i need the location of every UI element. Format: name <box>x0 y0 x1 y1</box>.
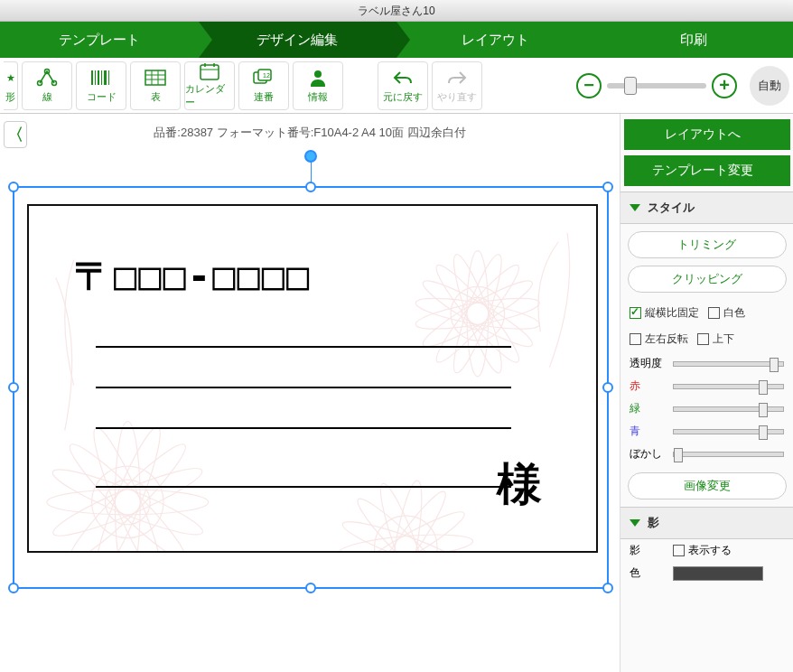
tool-code-button[interactable]: コード <box>76 61 126 110</box>
opacity-slider[interactable] <box>673 361 784 367</box>
name-line <box>96 486 511 488</box>
serial-icon: 12 <box>253 67 275 89</box>
redo-icon <box>446 67 468 89</box>
address-line-3 <box>96 427 511 429</box>
canvas-area[interactable]: 〈 品番:28387 フォーマット番号:F10A4-2 A4 10面 四辺余白付 <box>0 114 620 672</box>
whitening-checkbox[interactable]: 白色 <box>708 305 745 321</box>
style-panel-header[interactable]: スタイル <box>620 191 793 224</box>
svg-rect-8 <box>108 70 109 85</box>
checkbox-icon <box>697 333 709 345</box>
flip-h-checkbox[interactable]: 左右反転 <box>630 331 688 347</box>
barcode-icon <box>90 67 112 89</box>
nav-tabs: テンプレート デザイン編集 レイアウト 印刷 <box>0 22 793 58</box>
zoom-slider[interactable] <box>607 83 706 89</box>
svg-rect-5 <box>98 70 99 85</box>
rotation-handle[interactable] <box>304 150 317 163</box>
tool-serial-button[interactable]: 12 連番 <box>238 61 289 110</box>
change-image-button[interactable]: 画像変更 <box>628 472 787 499</box>
triangle-down-icon <box>630 519 640 527</box>
label-card[interactable]: 〒□□□-□□□□ 様 <box>27 204 598 553</box>
resize-handle-n[interactable] <box>305 182 316 192</box>
style-header-label: スタイル <box>648 200 695 216</box>
resize-handle-e[interactable] <box>602 382 613 393</box>
resize-handle-sw[interactable] <box>8 583 19 593</box>
address-line-1 <box>96 346 511 348</box>
red-label: 赤 <box>630 378 667 394</box>
svg-rect-9 <box>145 70 165 85</box>
svg-point-25 <box>446 251 509 377</box>
blue-slider-row: 青 <box>620 420 793 443</box>
zoom-out-button[interactable]: − <box>576 73 602 98</box>
svg-rect-7 <box>104 70 107 85</box>
tool-label: 線 <box>42 90 52 104</box>
tool-line-button[interactable]: 線 <box>22 61 72 110</box>
green-label: 緑 <box>630 401 667 416</box>
svg-point-48 <box>339 514 472 553</box>
checkbox-icon <box>630 333 641 345</box>
undo-label: 元に戻す <box>383 90 423 104</box>
red-slider-row: 赤 <box>620 375 793 397</box>
tool-shape-button[interactable]: ★ 形 <box>4 61 18 110</box>
tab-template[interactable]: テンプレート <box>0 22 199 58</box>
collapse-panel-button[interactable]: 〈 <box>4 121 27 148</box>
color-label: 色 <box>630 565 667 581</box>
red-slider[interactable] <box>673 384 784 389</box>
redo-button: やり直す <box>432 61 482 110</box>
svg-rect-14 <box>201 65 219 79</box>
change-template-button[interactable]: テンプレート変更 <box>624 155 790 186</box>
blur-slider-row: ぼかし <box>620 443 793 465</box>
clipping-button[interactable]: クリッピング <box>628 266 787 293</box>
checkbox-on-icon <box>630 307 641 319</box>
tab-print[interactable]: 印刷 <box>595 22 794 58</box>
opacity-label: 透明度 <box>630 356 667 371</box>
tab-layout[interactable]: レイアウト <box>396 22 595 58</box>
tool-calendar-button[interactable]: カレンダー <box>184 61 235 110</box>
postal-code-template: 〒□□□-□□□□ <box>74 251 311 302</box>
green-slider[interactable] <box>673 406 784 412</box>
redo-label: やり直す <box>437 90 477 104</box>
resize-handle-se[interactable] <box>602 583 613 593</box>
tool-label: 表 <box>151 90 161 104</box>
line-icon <box>36 67 58 89</box>
calendar-icon <box>199 62 220 80</box>
selection-box[interactable]: 〒□□□-□□□□ 様 <box>13 186 609 589</box>
tab-design-edit[interactable]: デザイン編集 <box>199 22 397 58</box>
svg-point-33 <box>92 466 163 537</box>
star-icon: ★ <box>0 67 22 89</box>
resize-handle-s[interactable] <box>305 583 316 593</box>
undo-button[interactable]: 元に戻す <box>378 61 428 110</box>
resize-handle-ne[interactable] <box>602 182 613 192</box>
blur-slider[interactable] <box>673 452 784 457</box>
shadow-show-checkbox[interactable]: 表示する <box>673 543 732 558</box>
to-layout-button[interactable]: レイアウトへ <box>624 119 790 150</box>
aspect-lock-checkbox[interactable]: 縦横比固定 <box>630 305 699 321</box>
svg-point-26 <box>429 258 527 369</box>
zoom-in-button[interactable]: + <box>712 73 737 98</box>
tool-info-button[interactable]: 情報 <box>293 61 343 110</box>
trimming-button[interactable]: トリミング <box>628 231 787 258</box>
shadow-color-swatch[interactable] <box>673 566 763 581</box>
zoom-controls: − + <box>576 73 737 98</box>
svg-point-50 <box>373 480 439 552</box>
resize-handle-nw[interactable] <box>8 182 19 192</box>
toolbar: ★ 形 線 コード 表 カレンダー 12 連番 情報 元に戻す やり直す − +… <box>0 58 793 114</box>
table-icon <box>145 67 166 89</box>
svg-point-32 <box>446 251 509 377</box>
tool-label: コード <box>87 90 117 104</box>
resize-handle-w[interactable] <box>8 382 19 393</box>
honorific-sama: 様 <box>497 454 542 515</box>
blue-slider[interactable] <box>673 429 784 434</box>
flip-v-checkbox[interactable]: 上下 <box>697 331 734 347</box>
checkbox-icon <box>673 545 685 556</box>
shadow-header-label: 影 <box>648 515 659 531</box>
shadow-panel-header[interactable]: 影 <box>620 507 793 539</box>
undo-icon <box>392 67 414 89</box>
svg-rect-3 <box>91 70 93 85</box>
window-titlebar: ラベル屋さん10 <box>0 0 793 22</box>
tool-table-button[interactable]: 表 <box>130 61 181 110</box>
svg-point-22 <box>451 286 505 341</box>
shadow-label: 影 <box>630 543 667 558</box>
svg-point-31 <box>429 258 527 369</box>
zoom-auto-button[interactable]: 自動 <box>750 66 789 106</box>
product-info: 品番:28387 フォーマット番号:F10A4-2 A4 10面 四辺余白付 <box>0 114 620 141</box>
